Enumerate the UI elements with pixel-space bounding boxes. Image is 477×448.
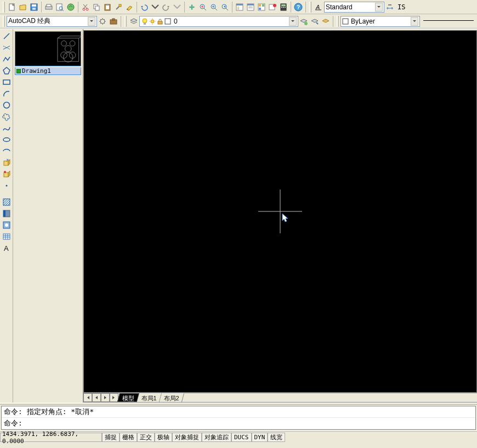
undo-button[interactable] xyxy=(139,2,150,13)
toolbar-grip[interactable] xyxy=(309,2,311,13)
layer-previous-button[interactable] xyxy=(298,16,309,27)
splitter[interactable] xyxy=(0,403,477,405)
eraser-button[interactable] xyxy=(124,2,135,13)
ellipse-arc-button[interactable] xyxy=(1,146,12,157)
save-state-icon xyxy=(16,69,21,73)
color-swatch-icon xyxy=(342,18,349,25)
ellipse-button[interactable] xyxy=(1,134,12,145)
publish-button[interactable] xyxy=(65,2,76,13)
make-block-button[interactable] xyxy=(1,169,12,180)
calc-button[interactable] xyxy=(278,2,289,13)
gradient-button[interactable] xyxy=(1,208,12,219)
layer-state-button[interactable] xyxy=(309,16,320,27)
dropdown-arrow-icon[interactable] xyxy=(375,3,383,12)
tab-prev-button[interactable] xyxy=(92,393,101,402)
save-button[interactable] xyxy=(29,2,39,13)
mtext-button[interactable]: A xyxy=(1,243,12,254)
tool-palette-button[interactable] xyxy=(256,2,267,13)
sheet-set-button[interactable] xyxy=(245,2,256,13)
coordinates-display[interactable]: 1434.3971, 1286.6837, 0.0000 xyxy=(0,433,102,442)
plot-preview-button[interactable] xyxy=(54,2,65,13)
new-file-button[interactable] xyxy=(7,2,18,13)
polar-toggle[interactable]: 极轴 xyxy=(155,433,172,442)
layer-tools-button[interactable] xyxy=(320,16,331,27)
drawing-canvas[interactable] xyxy=(83,30,477,393)
workspace-toolbox-button[interactable] xyxy=(108,16,119,27)
svg-point-66 xyxy=(4,102,10,108)
bylayer-color-combo[interactable]: ByLayer xyxy=(340,16,420,27)
match-properties-button[interactable] xyxy=(113,2,124,13)
drawing-thumbnail-label[interactable]: Drawing1 xyxy=(15,67,81,75)
markup-button[interactable] xyxy=(267,2,278,13)
copy-button[interactable] xyxy=(91,2,102,13)
mouse-cursor-icon xyxy=(282,213,289,225)
workspace-value: AutoCAD 经典 xyxy=(8,16,87,26)
open-file-button[interactable] xyxy=(18,2,29,13)
insert-block-button[interactable] xyxy=(1,157,12,168)
zoom-previous-button[interactable] xyxy=(219,2,230,13)
tab-model[interactable]: 模型 xyxy=(117,393,139,402)
snap-toggle[interactable]: 捕捉 xyxy=(102,433,120,442)
polyline-button[interactable] xyxy=(1,54,12,65)
command-window[interactable]: 命令: 指定对角点: *取消* 命令: xyxy=(1,406,476,430)
properties-button[interactable] xyxy=(234,2,245,13)
construction-line-button[interactable] xyxy=(1,42,12,53)
grid-toggle[interactable]: 栅格 xyxy=(120,433,137,442)
drawing-thumbnail[interactable] xyxy=(15,31,81,66)
dropdown-arrow-icon[interactable] xyxy=(88,17,95,26)
lweight-toggle[interactable]: 线宽 xyxy=(268,433,285,442)
help-button[interactable]: ? xyxy=(293,2,304,13)
workspace-settings-button[interactable] xyxy=(97,16,108,27)
paste-button[interactable] xyxy=(102,2,113,13)
tab-layout1[interactable]: 布局1 xyxy=(137,393,162,402)
region-button[interactable] xyxy=(1,220,12,231)
tab-next-button[interactable] xyxy=(101,393,110,402)
redo-dropdown[interactable] xyxy=(172,2,183,13)
svg-rect-32 xyxy=(248,8,253,8)
layer-manager-button[interactable] xyxy=(128,16,139,27)
rectangle-button[interactable] xyxy=(1,77,12,88)
dim-style-icon[interactable] xyxy=(384,2,395,13)
dropdown-arrow-icon[interactable] xyxy=(289,17,297,26)
revision-cloud-button[interactable] xyxy=(1,111,12,122)
layer-combo[interactable]: 0 xyxy=(139,16,298,27)
toolbar-grip[interactable] xyxy=(3,16,5,27)
toolbar-grip[interactable] xyxy=(124,16,127,27)
command-prompt[interactable]: 命令: xyxy=(2,418,475,429)
circle-button[interactable] xyxy=(1,100,12,111)
zoom-realtime-button[interactable] xyxy=(197,2,208,13)
pan-button[interactable] xyxy=(186,2,197,13)
text-style-combo[interactable]: Standard xyxy=(324,2,384,13)
table-button[interactable] xyxy=(1,231,12,242)
spline-button[interactable] xyxy=(1,123,12,134)
cut-button[interactable] xyxy=(80,2,91,13)
line-button[interactable] xyxy=(1,31,12,42)
svg-rect-75 xyxy=(3,210,5,217)
polygon-button[interactable] xyxy=(1,65,12,76)
dropdown-arrow-icon[interactable] xyxy=(411,17,418,26)
point-button[interactable] xyxy=(1,180,12,191)
arc-button[interactable] xyxy=(1,88,12,99)
osnap-toggle[interactable]: 对象捕捉 xyxy=(172,433,202,442)
svg-rect-17 xyxy=(119,4,121,7)
toolbar-grip[interactable] xyxy=(337,16,339,27)
hatch-button[interactable] xyxy=(1,197,12,208)
undo-dropdown[interactable] xyxy=(150,2,161,13)
workspace-combo[interactable]: AutoCAD 经典 xyxy=(7,16,97,27)
svg-point-67 xyxy=(3,138,10,142)
svg-rect-68 xyxy=(4,161,8,165)
tab-first-button[interactable] xyxy=(83,393,92,402)
redo-button[interactable] xyxy=(161,2,172,13)
tab-layout2[interactable]: 布局2 xyxy=(160,393,184,402)
svg-rect-25 xyxy=(236,4,243,5)
plot-button[interactable] xyxy=(43,2,54,13)
otrack-toggle[interactable]: 对象追踪 xyxy=(202,433,231,442)
toolbar-grip[interactable] xyxy=(3,2,5,13)
zoom-window-button[interactable] xyxy=(208,2,219,13)
svg-rect-40 xyxy=(281,4,286,6)
text-style-icon[interactable]: A xyxy=(313,2,324,13)
ortho-toggle[interactable]: 正交 xyxy=(137,433,155,442)
dyn-toggle[interactable]: DYN xyxy=(252,433,268,442)
ducs-toggle[interactable]: DUCS xyxy=(231,433,252,442)
svg-rect-5 xyxy=(47,4,51,7)
